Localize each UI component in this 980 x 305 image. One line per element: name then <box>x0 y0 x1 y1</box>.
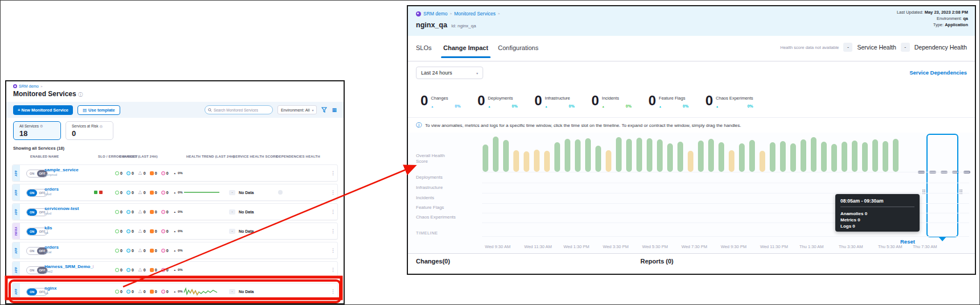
tab-configurations[interactable]: Configurations <box>498 44 538 51</box>
health-score-bar[interactable] <box>636 138 642 172</box>
health-score-bar[interactable] <box>801 139 806 172</box>
grid-view-icon[interactable]: ▦ <box>332 108 337 113</box>
services-at-risk-card[interactable]: Services at Risk ◎ 0 <box>66 121 113 140</box>
row-menu-button[interactable]: ⋮ <box>330 223 336 239</box>
health-score-bar[interactable] <box>606 150 611 172</box>
reports-section-label: Reports (0) <box>640 258 673 265</box>
health-score-bar[interactable] <box>739 143 745 172</box>
timeline-tick-label: Wed 3:30 PM <box>603 244 628 249</box>
health-score-bar[interactable] <box>493 137 499 172</box>
breadcrumb-project[interactable]: SRM demo <box>423 11 448 17</box>
service-name-link[interactable]: Harness_SRM_Demo_E... <box>44 264 93 269</box>
health-score-bar[interactable] <box>872 139 878 172</box>
service-name-link[interactable]: orders <box>44 245 93 250</box>
health-score-bar[interactable] <box>821 142 827 172</box>
service-row[interactable]: APPONOFForderslocal00△000▲0%⋮ <box>12 242 338 259</box>
health-score-bar[interactable] <box>883 141 888 172</box>
change-impact-timeline: TIMELINE 08:05am - 09:30am Anamolies 0 M… <box>408 133 975 253</box>
new-monitored-service-button[interactable]: + New Monitored Service <box>13 105 73 115</box>
health-score-bar[interactable] <box>688 151 693 172</box>
change-count: 0 <box>166 268 169 272</box>
metric-trend-up-icon: ▲ <box>431 105 434 108</box>
time-range-select[interactable]: Last 24 hours ▾ <box>416 67 483 79</box>
feature-flags-change-icon <box>150 249 154 253</box>
incidents-change-icon: △ <box>138 289 142 294</box>
health-score-bar[interactable] <box>647 138 652 172</box>
reset-selection-link[interactable]: Reset <box>900 238 915 245</box>
tab-slos[interactable]: SLOs <box>416 44 432 51</box>
breadcrumb-project[interactable]: SRM demo <box>19 84 39 88</box>
service-row[interactable]: APPONOFFservicenow-testprod00△000▲0%-No … <box>12 203 338 220</box>
row-menu-button[interactable]: ⋮ <box>330 184 336 200</box>
tab-change-impact[interactable]: Change Impact <box>443 44 488 51</box>
health-score-bar[interactable] <box>749 140 755 172</box>
timeline-selection-window[interactable] <box>926 134 958 237</box>
health-score-dash-badge: - <box>229 190 235 195</box>
health-score-bar[interactable] <box>503 140 509 172</box>
service-row[interactable]: APPONOFFsample_servicenonprod00△000▲0%⋮ <box>12 164 338 182</box>
health-score-bar[interactable] <box>760 151 765 172</box>
health-score-bar[interactable] <box>862 142 868 172</box>
change-count: 0 <box>120 171 122 175</box>
health-score-bar[interactable] <box>565 139 570 172</box>
health-score-bar[interactable] <box>616 137 622 172</box>
health-score-bar[interactable] <box>554 142 560 172</box>
health-score-bar[interactable] <box>544 151 550 172</box>
service-row[interactable]: APPONOFFHarness_SRM_Demo_E...Test200△000… <box>12 261 338 278</box>
chaos-experiments-change-icon <box>161 171 165 175</box>
service-name-link[interactable]: sample_service <box>44 167 93 172</box>
health-score-bar[interactable] <box>893 139 899 172</box>
service-environment-label: local <box>44 250 93 254</box>
health-score-bar[interactable] <box>852 141 858 172</box>
timeline-tick-label: Wed 1:30 PM <box>564 244 589 249</box>
row-menu-button[interactable]: ⋮ <box>330 242 336 258</box>
service-name-link[interactable]: servicenow-test <box>44 206 93 211</box>
service-name-link[interactable]: orders <box>44 187 93 192</box>
health-score-bar[interactable] <box>842 142 847 172</box>
use-template-button[interactable]: ▤ Use template <box>77 105 120 115</box>
health-score-bar[interactable] <box>483 145 488 172</box>
service-row[interactable]: APPONOFFordersprod00△000▲0%-No Data⋮ <box>12 184 338 201</box>
health-score-bar[interactable] <box>513 150 519 172</box>
health-score-bar[interactable] <box>595 146 601 172</box>
row-menu-button[interactable]: ⋮ <box>330 204 336 220</box>
column-header: CHANGES (LAST 24H) <box>119 155 158 158</box>
service-dependencies-link[interactable]: Service Dependencies <box>909 69 967 76</box>
row-menu-button[interactable]: ⋮ <box>330 283 336 299</box>
breadcrumb[interactable]: SRM demo > Monitored Services > <box>416 11 500 17</box>
search-input[interactable]: Search Monitored Services <box>205 105 273 114</box>
health-score-bar[interactable] <box>780 141 786 172</box>
health-score-bar[interactable] <box>575 139 581 172</box>
health-score-bar[interactable] <box>534 150 540 172</box>
health-score-bar[interactable] <box>790 143 796 172</box>
breadcrumb-monitored-services[interactable]: Monitored Services <box>454 11 496 17</box>
change-count: 0 <box>166 171 169 175</box>
row-menu-button[interactable]: ⋮ <box>330 165 336 181</box>
health-score-bar[interactable] <box>677 142 683 172</box>
service-type-badge: APP <box>13 283 20 299</box>
health-score-bar[interactable] <box>718 142 724 172</box>
filter-icon[interactable] <box>321 107 327 113</box>
service-name-link[interactable]: nginx <box>44 286 93 291</box>
health-score-bar[interactable] <box>698 141 704 172</box>
changes-cell: 00△000▲0% <box>115 184 183 200</box>
service-row[interactable]: INFRAONOFFk8sqa00△000▲0%-No Data⋮ <box>12 222 338 240</box>
service-row[interactable]: APPONOFFnginxqa00△000▲0%-No Data⋮ <box>12 283 338 300</box>
all-services-card[interactable]: All Services ⚙ 18 <box>13 121 61 140</box>
row-menu-button[interactable]: ⋮ <box>330 262 336 278</box>
health-score-bar[interactable] <box>585 138 591 172</box>
health-score-bar[interactable] <box>770 142 775 172</box>
environment-filter-select[interactable]: Environment: All ▾ <box>277 105 317 114</box>
deployments-change-icon <box>115 249 119 253</box>
health-score-bar[interactable] <box>811 137 816 172</box>
health-score-bar[interactable] <box>831 144 837 172</box>
service-type-badge: APP <box>13 184 20 200</box>
health-score-bar[interactable] <box>626 139 632 172</box>
health-score-bar[interactable] <box>667 143 673 172</box>
health-score-bar[interactable] <box>729 150 734 172</box>
breadcrumb[interactable]: SRM demo > <box>13 84 43 88</box>
health-score-bar[interactable] <box>708 139 714 172</box>
service-name-link[interactable]: k8s <box>44 225 93 230</box>
health-score-bar[interactable] <box>524 151 529 172</box>
health-score-bar[interactable] <box>657 139 663 172</box>
